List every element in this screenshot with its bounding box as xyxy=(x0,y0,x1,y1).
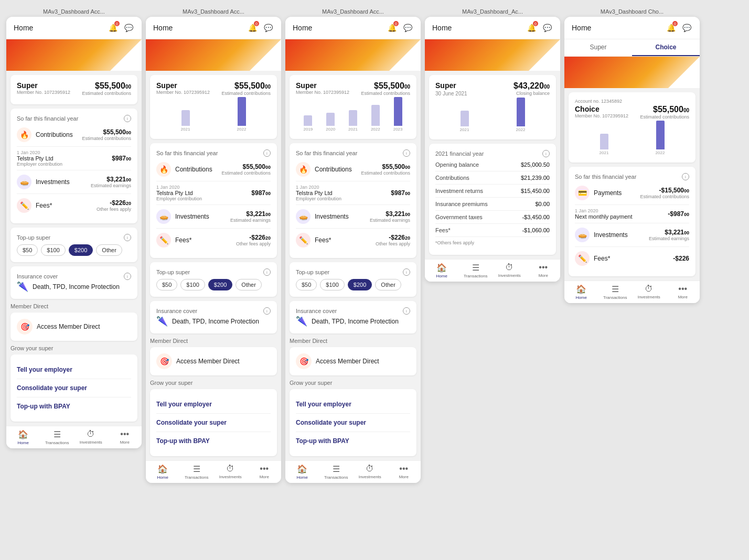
screen4-body: Home 🔔0 💬 Super 30 June 2021 $43,22000 xyxy=(425,17,560,282)
s5-nav-home[interactable]: 🏠 Home xyxy=(564,284,598,300)
s2-info-icon[interactable]: i xyxy=(263,149,271,157)
s2-nav-transactions[interactable]: ☰ Transactions xyxy=(180,464,214,480)
s3-account-card: Super Member No. 1072395912 $55,50000 Es… xyxy=(290,75,416,139)
s3-nav-home[interactable]: 🏠 Home xyxy=(285,464,319,480)
s3-contributions-row: 🔥 Contributions $55,50000 Estimated cont… xyxy=(296,158,410,181)
s3-grow-consolidate[interactable]: Consolidate your super xyxy=(296,414,410,432)
s2-topup-200[interactable]: $200 xyxy=(208,279,232,290)
s2-notification-icon[interactable]: 🔔0 xyxy=(247,22,258,34)
s5-nav-investments[interactable]: ⏱ Investments xyxy=(632,284,666,300)
s4-nav-home[interactable]: 🏠 Home xyxy=(425,263,459,278)
s3-info-icon[interactable]: i xyxy=(403,149,410,157)
s3-investments-row: 🥧 Investments $3,22100 Estimated earning… xyxy=(296,205,410,229)
topup-info-icon[interactable]: i xyxy=(124,234,131,241)
s3-member-direct-section: Member Direct 🎯 Access Member Direct xyxy=(290,338,416,375)
grow-consolidate-link[interactable]: Consolidate your super xyxy=(17,379,131,397)
s2-member-direct-card[interactable]: 🎯 Access Member Direct xyxy=(150,347,277,375)
s2-grow-bpay[interactable]: Top-up with BPAY xyxy=(156,432,271,450)
nav-investments[interactable]: ⏱ Investments xyxy=(74,429,108,445)
s2-insurance-info[interactable]: i xyxy=(263,307,271,315)
s3-topup-card: Top-up super i $50 $100 $200 Other xyxy=(290,262,416,297)
s5-info-icon[interactable]: i xyxy=(682,173,689,180)
s2-contributions-row: 🔥 Contributions $55,50000 Estimated cont… xyxy=(156,158,271,181)
s2-nav-more[interactable]: ••• More xyxy=(248,464,282,480)
grow-label: Grow your super xyxy=(10,345,137,351)
tab-choice[interactable]: Choice xyxy=(632,39,700,56)
s2-chat-icon[interactable]: 💬 xyxy=(262,22,274,34)
s2-topup-info[interactable]: i xyxy=(263,268,271,276)
topup-50[interactable]: $50 xyxy=(17,244,38,256)
s4-nav-transactions[interactable]: ☰ Transactions xyxy=(459,263,493,278)
s5-chat-icon[interactable]: 💬 xyxy=(681,22,692,34)
screen5-body: Home 🔔0 💬 Super Choice Account no. 12345… xyxy=(564,17,700,303)
screen3-frame: Home 🔔0 💬 Super Member No. 1072395912 xyxy=(285,17,421,483)
s5-nav-transactions[interactable]: ☰ Transactions xyxy=(598,284,633,300)
s3-nav-investments[interactable]: ⏱ Investments xyxy=(353,464,387,480)
topup-other[interactable]: Other xyxy=(96,244,122,256)
s2-nav-home[interactable]: 🏠 Home xyxy=(146,464,180,480)
s5-notification-icon[interactable]: 🔔0 xyxy=(665,22,677,34)
grow-bpay-link[interactable]: Top-up with BPAY xyxy=(17,397,131,415)
nav-more[interactable]: ••• More xyxy=(108,429,142,445)
s4-nav-investments[interactable]: ⏱ Investments xyxy=(493,263,527,278)
umbrella-icon: 🌂 xyxy=(17,281,28,293)
s4-header-icons: 🔔0 💬 xyxy=(526,22,553,34)
insurance-row: 🌂 Death, TPD, Income Protection xyxy=(17,281,131,293)
s4-transactions-icon: ☰ xyxy=(472,263,479,273)
s2-topup-other[interactable]: Other xyxy=(236,279,262,290)
investments-nav-icon: ⏱ xyxy=(87,429,95,439)
screen3-body: Home 🔔0 💬 Super Member No. 1072395912 xyxy=(285,17,421,483)
s4-header-title: Home xyxy=(432,24,452,32)
topup-200[interactable]: $200 xyxy=(69,244,93,256)
s4-nav-more[interactable]: ••• More xyxy=(527,263,561,278)
s2-topup-100[interactable]: $100 xyxy=(180,279,205,290)
s3-notification-icon[interactable]: 🔔0 xyxy=(386,22,398,34)
notification-icon[interactable]: 🔔0 xyxy=(107,22,119,34)
s4-bar-chart: 2021 2022 xyxy=(435,101,550,132)
s2-nav-investments[interactable]: ⏱ Investments xyxy=(213,464,248,480)
account-top: Super Member No. 1072395912 $55,50000 Es… xyxy=(17,81,131,96)
s2-grow-employer[interactable]: Tell your employer xyxy=(156,395,271,414)
s3-topup-50[interactable]: $50 xyxy=(296,279,317,290)
chat-icon[interactable]: 💬 xyxy=(123,22,134,34)
nav-transactions[interactable]: ☰ Transactions xyxy=(40,429,74,445)
s5-bottom-nav: 🏠 Home ☰ Transactions ⏱ Investments ••• … xyxy=(564,281,700,303)
nav-home[interactable]: 🏠 Home xyxy=(6,429,40,445)
s5-nav-more[interactable]: ••• More xyxy=(666,284,700,300)
s3-topup-info[interactable]: i xyxy=(403,268,410,276)
fin-opening: Opening balance $25,000.50 xyxy=(435,158,550,171)
s3-nav-transactions[interactable]: ☰ Transactions xyxy=(319,464,354,480)
investments-text: Investments xyxy=(36,178,91,186)
s5-payments-icon: 💳 xyxy=(575,186,590,200)
s3-topup-200[interactable]: $200 xyxy=(348,279,372,290)
account-card: Super Member No. 1072395912 $55,50000 Es… xyxy=(10,75,137,104)
topup-100[interactable]: $100 xyxy=(41,244,65,256)
s3-grow-bpay[interactable]: Top-up with BPAY xyxy=(296,432,410,450)
info-icon[interactable]: i xyxy=(124,115,131,122)
s2-account-top: Super Member No. 1072395912 $55,50000 Es… xyxy=(156,81,271,96)
s3-grow-employer[interactable]: Tell your employer xyxy=(296,395,410,414)
s3-member-direct-card[interactable]: 🎯 Access Member Direct xyxy=(290,347,416,375)
s4-chat-icon[interactable]: 💬 xyxy=(541,22,553,34)
s2-grow-consolidate[interactable]: Consolidate your super xyxy=(156,414,271,432)
s3-insurance-info[interactable]: i xyxy=(403,307,410,315)
s4-notification-icon[interactable]: 🔔0 xyxy=(526,22,537,34)
member-direct-card[interactable]: 🎯 Access Member Direct xyxy=(10,313,137,341)
tab-super[interactable]: Super xyxy=(564,39,632,56)
header-title: Home xyxy=(14,24,33,32)
grow-employer-link[interactable]: Tell your employer xyxy=(17,361,131,379)
s3-more-icon: ••• xyxy=(399,464,408,473)
screen4-title: MAv3_Dashboard_Ac... xyxy=(425,6,560,17)
s3-chat-icon[interactable]: 💬 xyxy=(402,22,413,34)
s2-fees-row: ✏️ Fees* -$22620 Other fees apply xyxy=(156,229,271,252)
s3-topup-other[interactable]: Other xyxy=(375,279,401,290)
s4-home-icon: 🏠 xyxy=(436,263,447,273)
s4-info-icon[interactable]: i xyxy=(542,150,550,157)
insurance-info-icon[interactable]: i xyxy=(124,273,131,280)
s3-grow-section: Grow your super Tell your employer Conso… xyxy=(290,380,416,456)
s2-topup-50[interactable]: $50 xyxy=(156,279,177,290)
screen5-header: Home 🔔0 💬 xyxy=(564,17,700,39)
s3-topup-100[interactable]: $100 xyxy=(320,279,344,290)
fin-insurance: Insurance premiums $0.00 xyxy=(435,198,550,211)
s3-nav-more[interactable]: ••• More xyxy=(387,464,421,480)
